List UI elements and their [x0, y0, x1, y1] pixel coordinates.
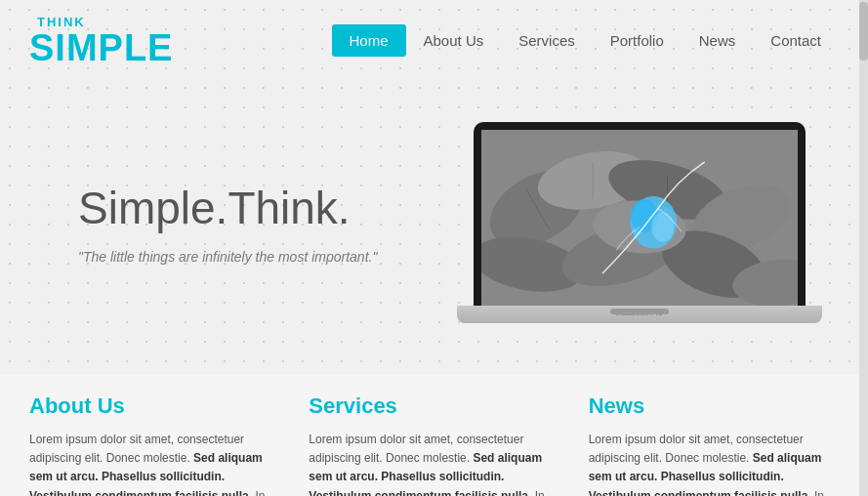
- nav-item-home[interactable]: Home: [332, 24, 406, 57]
- laptop-base: MacBook Pro: [457, 306, 822, 323]
- about-us-title: About Us: [29, 393, 279, 419]
- hero-quote: "The little things are infinitely the mo…: [78, 249, 420, 265]
- nav-item-news[interactable]: News: [682, 24, 754, 57]
- hero-section: Simple.Think. "The little things are inf…: [0, 81, 868, 374]
- about-us-text: Lorem ipsum dolor sit amet, consectetuer…: [29, 431, 279, 496]
- news-title: News: [589, 393, 839, 419]
- screen-graphic: [481, 130, 798, 306]
- news-text: Lorem ipsum dolor sit amet, consectetuer…: [589, 431, 839, 496]
- laptop-image: MacBook Pro: [439, 122, 839, 323]
- logo-simple: SIMPLE: [29, 29, 173, 66]
- sections-row: About Us Lorem ipsum dolor sit amet, con…: [0, 374, 868, 496]
- scrollbar-thumb[interactable]: [859, 2, 868, 61]
- scrollbar[interactable]: [859, 0, 868, 496]
- laptop-screen-outer: [474, 122, 806, 306]
- logo: THINK SIMPLE: [29, 15, 173, 66]
- hero-title: Simple.Think.: [78, 182, 420, 234]
- hero-text: Simple.Think. "The little things are inf…: [78, 182, 420, 265]
- services-text: Lorem ipsum dolor sit amet, consectetuer…: [309, 431, 558, 496]
- services-title: Services: [309, 393, 558, 419]
- news-section: News Lorem ipsum dolor sit amet, consect…: [589, 393, 839, 496]
- about-us-section: About Us Lorem ipsum dolor sit amet, con…: [29, 393, 279, 496]
- header: THINK SIMPLE Home About Us Services Port…: [0, 0, 868, 81]
- laptop: MacBook Pro: [474, 122, 806, 323]
- nav-item-portfolio[interactable]: Portfolio: [593, 24, 682, 57]
- nav: Home About Us Services Portfolio News Co…: [332, 24, 840, 57]
- nav-item-services[interactable]: Services: [501, 24, 593, 57]
- services-section: Services Lorem ipsum dolor sit amet, con…: [309, 393, 558, 496]
- laptop-screen: [481, 130, 798, 306]
- nav-item-about[interactable]: About Us: [406, 24, 502, 57]
- nav-item-contact[interactable]: Contact: [753, 24, 839, 57]
- svg-point-15: [651, 212, 674, 241]
